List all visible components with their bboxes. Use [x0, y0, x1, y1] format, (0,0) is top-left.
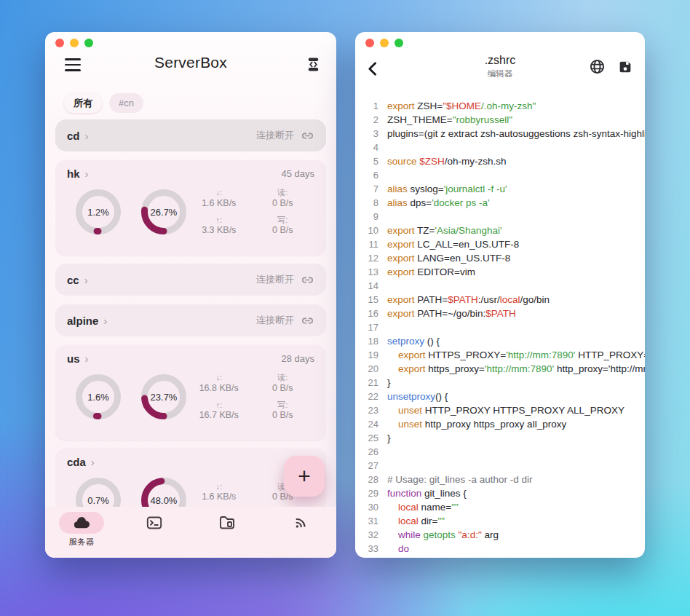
link-icon [301, 129, 314, 143]
server-card-alpine[interactable]: alpine›连接断开 [55, 304, 326, 336]
code-token: syslog= [411, 183, 444, 194]
line-number: 24 [355, 419, 378, 430]
server-name: cd [67, 130, 80, 142]
sync-button[interactable] [305, 56, 322, 76]
code-token: local [398, 502, 419, 513]
code-line: 31 local dir="" [355, 516, 645, 529]
memory-gauge-value: 23.7% [140, 374, 187, 420]
nav-item-files[interactable] [191, 512, 263, 558]
stat-label: 读: [277, 188, 288, 197]
minimize-window-button[interactable] [380, 39, 389, 47]
code-token: export [387, 239, 417, 250]
cpu-gauge: 1.2% [75, 189, 122, 235]
code-token: plugins=(git z extract zsh-autosuggestio… [387, 128, 645, 139]
code-line: 29function git_lines { [355, 488, 645, 502]
code-token: HTTP_PROXY HTTPS_PROXY ALL_PROXY [425, 405, 624, 416]
line-number: 4 [355, 142, 378, 153]
server-card-hk[interactable]: hk›45 days 1.2% 26.7%↓:1.6 KB/s↑:3.3 KB/… [55, 160, 326, 255]
code-token: do [398, 543, 409, 554]
code-text: local name="" [387, 502, 459, 513]
uptime-label: 28 days [281, 353, 314, 364]
server-card-cd[interactable]: cd›连接断开 [55, 119, 326, 151]
code-token: $PATH [485, 308, 516, 319]
link-icon [301, 273, 314, 287]
close-window-button[interactable] [365, 39, 374, 47]
code-token: dir= [419, 516, 438, 526]
code-line: 5source $ZSH/oh-my-zsh.sh [355, 156, 645, 170]
code-token: $PATH [448, 294, 478, 305]
code-token: # Usage: git_lines -a author -d dir [387, 474, 533, 485]
editor-header: .zshrc 编辑器 [355, 51, 645, 93]
folder-icon [218, 514, 236, 532]
zoom-window-button[interactable] [394, 39, 403, 47]
network-stats: ↓:16.8 KB/s↑:16.7 KB/s [187, 373, 251, 420]
server-card-list[interactable]: cd›连接断开hk›45 days 1.2% 26.7%↓:1.6 KB/s↑:… [55, 119, 326, 558]
minimize-window-button[interactable] [70, 39, 79, 47]
network-stats: ↓:1.6 KB/s↑:3.3 KB/s [187, 188, 251, 235]
line-number: 9 [355, 211, 378, 222]
nav-item-ping[interactable] [263, 512, 336, 558]
language-button[interactable] [589, 58, 606, 75]
code-token: "a:d:" [459, 529, 482, 540]
code-line: 15export PATH=$PATH:/usr/local/go/bin [355, 294, 645, 308]
save-icon [617, 59, 633, 75]
nav-item-terminal[interactable] [118, 512, 191, 558]
chevron-right-icon: › [85, 352, 89, 365]
code-editor-area[interactable]: 1export ZSH="$HOME/.oh-my-zsh"2ZSH_THEME… [355, 100, 645, 558]
code-token [387, 516, 398, 526]
close-window-button[interactable] [55, 39, 64, 47]
code-token: source [387, 156, 419, 167]
stat-value: 3.3 KB/s [202, 225, 236, 236]
code-token: HTTPS_PROXY= [428, 350, 506, 360]
code-text: # Usage: git_lines -a author -d dir [387, 474, 533, 485]
zoom-window-button[interactable] [84, 39, 93, 47]
code-text: export LC_ALL=en_US.UTF-8 [387, 239, 519, 250]
cpu-gauge-value: 1.2% [75, 189, 122, 235]
stat-value: 0 B/s [272, 383, 293, 394]
serverbox-window: ServerBox 所有#cn cd›连接断开hk›45 days 1.2% 2… [45, 32, 336, 558]
code-text: export LANG=en_US.UTF-8 [387, 253, 510, 264]
line-number: 12 [355, 253, 378, 264]
stat-item: ↓:16.8 KB/s [199, 373, 239, 393]
code-token: function [387, 488, 421, 499]
server-card-us[interactable]: us›28 days 1.6% 23.7%↓:16.8 KB/s↑:16.7 K… [55, 345, 326, 440]
line-number: 8 [355, 197, 378, 208]
code-token: "" [437, 516, 445, 526]
line-number: 16 [355, 308, 378, 319]
code-text: ZSH_THEME="robbyrussell" [387, 114, 512, 125]
stat-label: ↑: [215, 400, 222, 410]
code-token: local [398, 516, 419, 526]
code-token: export [387, 100, 417, 111]
line-number: 32 [355, 529, 378, 540]
terminal-icon [146, 514, 163, 532]
line-number: 20 [355, 363, 378, 374]
editor-window: .zshrc 编辑器 [355, 32, 645, 558]
save-button[interactable] [617, 59, 633, 75]
disconnected-label: 连接断开 [256, 129, 294, 142]
code-line: 12export LANG=en_US.UTF-8 [355, 253, 645, 266]
code-token: () { [424, 336, 440, 347]
server-card-cc[interactable]: cc›连接断开 [55, 264, 326, 296]
code-text: plugins=(git z extract zsh-autosuggestio… [387, 128, 645, 139]
line-number: 25 [355, 433, 378, 443]
server-name: us [67, 352, 80, 365]
code-text: unset HTTP_PROXY HTTPS_PROXY ALL_PROXY [387, 405, 624, 416]
line-number: 33 [355, 543, 378, 554]
filter-chip-0[interactable]: 所有 [64, 93, 102, 113]
line-number: 31 [355, 516, 378, 526]
code-token: ZSH= [417, 100, 443, 111]
code-text: export TZ='Asia/Shanghai' [387, 225, 502, 236]
code-token: } [387, 433, 391, 443]
device-code-icon [305, 56, 322, 73]
code-text: export EDITOR=vim [387, 266, 475, 277]
code-text: export https_proxy='http://mm:7890' http… [387, 363, 645, 374]
chevron-right-icon: › [85, 130, 89, 142]
nav-item-servers[interactable]: 服务器 [45, 512, 118, 558]
filter-chip-1[interactable]: #cn [109, 93, 143, 113]
add-server-fab[interactable]: + [284, 456, 325, 497]
server-card-stats: 1.2% 26.7%↓:1.6 KB/s↑:3.3 KB/s读:0 B/s写:0… [67, 181, 314, 243]
stat-value: 1.6 KB/s [202, 491, 236, 502]
stat-label: 写: [277, 216, 288, 225]
code-line: 26 [355, 446, 645, 460]
code-text: source $ZSH/oh-my-zsh.sh [387, 156, 507, 167]
